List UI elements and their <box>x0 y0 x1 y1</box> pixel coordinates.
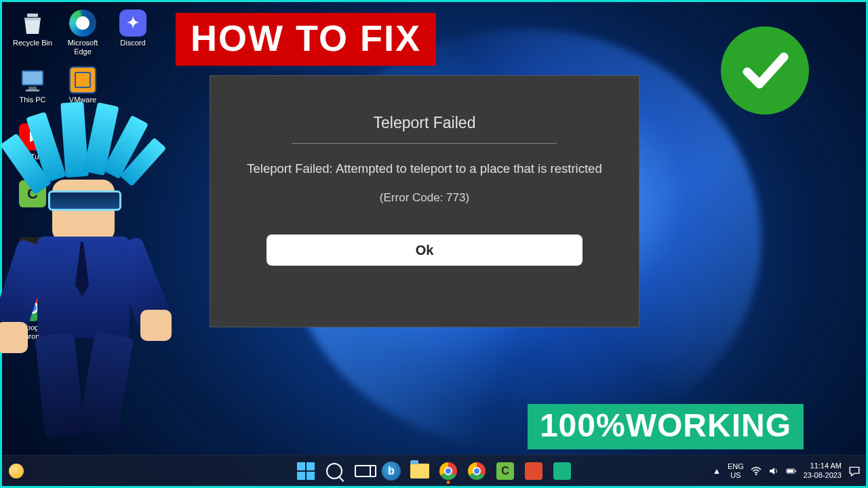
camtasia-taskbar-button[interactable]: C <box>494 460 517 483</box>
icon-label: Recycle Bin <box>13 39 52 47</box>
checkmark-icon <box>738 43 792 98</box>
chrome-icon <box>468 462 486 480</box>
desktop-wallpaper: Recycle Bin Microsoft Edge ✦ Discord Thi… <box>0 0 868 488</box>
time-text: 11:14 AM <box>804 462 842 470</box>
app-taskbar-button-2[interactable] <box>551 460 574 483</box>
taskbar: b C ▲ ENG US 11:14 AM 23-08-2023 <box>2 455 866 486</box>
recycle-bin-icon[interactable]: Recycle Bin <box>9 9 56 62</box>
start-button[interactable] <box>294 460 317 483</box>
language-indicator[interactable]: ENG US <box>728 462 744 479</box>
svg-rect-2 <box>23 72 42 84</box>
task-view-button[interactable] <box>351 460 374 483</box>
clock[interactable]: 11:14 AM 23-08-2023 <box>804 462 842 479</box>
svg-point-5 <box>755 473 757 474</box>
svg-rect-3 <box>28 87 37 89</box>
dialog-message: Teleport Failed: Attempted to teleport t… <box>247 161 601 176</box>
chrome-taskbar-button-2[interactable] <box>465 460 488 483</box>
volume-icon[interactable] <box>768 466 779 476</box>
ok-button[interactable]: Ok <box>267 235 583 266</box>
roblox-avatar-illustration <box>0 106 172 459</box>
icon-label: Microsoft Edge <box>60 39 106 56</box>
app-taskbar-button[interactable] <box>522 460 545 483</box>
overlay-100-working: 100%WORKING <box>528 404 804 449</box>
camtasia-icon: C <box>496 462 514 480</box>
bing-chat-button[interactable]: b <box>380 460 403 483</box>
svg-rect-0 <box>27 14 38 17</box>
date-text: 23-08-2023 <box>804 471 842 480</box>
dialog-divider <box>292 143 557 144</box>
browser-edge-icon <box>68 9 97 37</box>
file-explorer-button[interactable] <box>408 460 431 483</box>
discord-app-icon: ✦ <box>119 9 147 37</box>
chrome-taskbar-button[interactable] <box>437 460 460 483</box>
windows-logo-icon <box>297 462 315 480</box>
error-dialog: Teleport Failed Teleport Failed: Attempt… <box>210 75 639 327</box>
icon-label: Discord <box>120 39 145 47</box>
svg-rect-7 <box>795 470 796 472</box>
vmware-app-icon <box>68 66 97 94</box>
dialog-error-code: (Error Code: 773) <box>380 191 469 205</box>
computer-icon <box>18 66 47 94</box>
notification-icon[interactable] <box>848 465 861 477</box>
lang-primary: ENG <box>728 462 744 470</box>
battery-icon[interactable] <box>786 466 797 476</box>
svg-rect-8 <box>787 470 793 472</box>
folder-icon <box>410 464 429 479</box>
task-view-icon <box>355 465 371 477</box>
lang-secondary: US <box>728 471 744 479</box>
dialog-title: Teleport Failed <box>374 114 476 132</box>
wifi-icon[interactable] <box>751 466 762 476</box>
discord-icon[interactable]: ✦ Discord <box>109 9 157 62</box>
app-icon <box>525 462 542 480</box>
tray-overflow-button[interactable]: ▲ <box>713 466 721 476</box>
overlay-checkmark-badge <box>721 26 809 115</box>
taskbar-weather-widget[interactable] <box>9 464 24 479</box>
icon-label: This PC <box>19 96 45 104</box>
chrome-icon <box>439 462 457 480</box>
overlay-how-to-fix: HOW TO FIX <box>176 13 436 66</box>
trash-icon <box>18 9 47 37</box>
search-icon <box>326 463 342 479</box>
svg-rect-4 <box>26 89 39 92</box>
weather-sun-icon <box>9 464 24 479</box>
edge-icon[interactable]: Microsoft Edge <box>59 9 106 62</box>
bing-icon: b <box>382 462 401 481</box>
app-icon <box>553 462 571 480</box>
search-button[interactable] <box>323 460 346 483</box>
